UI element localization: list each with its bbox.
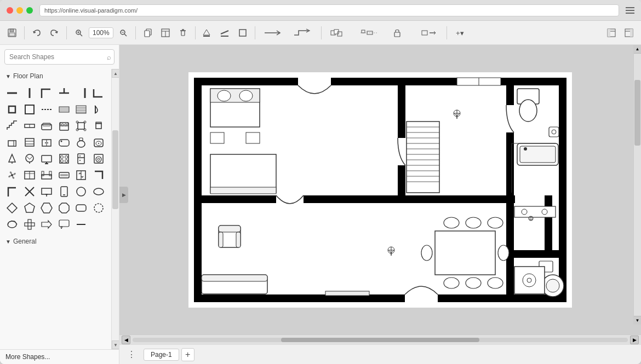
shape-dot-pattern-1[interactable] <box>56 102 72 117</box>
shape-tv[interactable] <box>39 151 54 166</box>
shape-corner-tr[interactable] <box>4 184 20 199</box>
shapes-grid-floor-plan <box>0 83 111 234</box>
category-floor-plan[interactable]: ▼ Floor Plan <box>0 69 111 83</box>
shape-sofa[interactable] <box>39 118 54 134</box>
shape-wall-t[interactable] <box>56 85 72 101</box>
shape-fan-ceiling[interactable] <box>4 167 20 183</box>
shape-closet[interactable] <box>22 167 37 183</box>
shapes-panel-container: ▼ Floor Plan <box>0 69 119 349</box>
add-button[interactable]: +▾ <box>451 25 473 41</box>
shape-lamp[interactable] <box>4 151 20 166</box>
shape-cabinet[interactable] <box>39 135 54 150</box>
hamburger-menu[interactable] <box>626 7 634 14</box>
scroll-up-btn[interactable]: ▲ <box>112 69 119 78</box>
shape-elevator[interactable] <box>73 167 89 183</box>
shape-plant[interactable] <box>22 151 37 166</box>
shape-cross[interactable] <box>22 217 37 232</box>
h-scroll-thumb[interactable] <box>281 338 479 342</box>
shape-stove[interactable] <box>56 151 72 166</box>
lock-button[interactable] <box>385 25 413 41</box>
align-button[interactable] <box>356 25 383 41</box>
shape-line[interactable] <box>73 217 89 232</box>
zoom-control[interactable]: 100% <box>89 27 113 38</box>
shape-washing[interactable] <box>91 151 106 166</box>
shape-diamond[interactable] <box>4 200 20 216</box>
shape-chair[interactable] <box>91 118 106 134</box>
fill-button[interactable] <box>200 25 215 41</box>
arrow-style-button[interactable] <box>260 25 287 41</box>
page-tab-1[interactable]: Page-1 <box>144 349 179 361</box>
panel-toggle-1[interactable] <box>604 25 619 41</box>
shape-wall-cross[interactable] <box>4 102 20 117</box>
undo-button[interactable] <box>29 25 44 41</box>
save-button[interactable] <box>4 25 20 41</box>
shape-bookshelf[interactable] <box>22 135 37 150</box>
shape-star[interactable] <box>91 200 106 216</box>
scroll-thumb[interactable] <box>112 130 118 209</box>
shape-wall-end[interactable] <box>73 85 89 101</box>
v-scroll-thumb[interactable] <box>634 80 640 146</box>
shape-fireplace[interactable] <box>39 167 54 183</box>
h-scroll-left[interactable]: ◀ <box>122 336 130 344</box>
size-button[interactable] <box>415 25 442 41</box>
shape-wall-v[interactable] <box>22 85 37 101</box>
h-scroll-right[interactable]: ▶ <box>630 336 639 344</box>
shape-toilet[interactable] <box>73 135 89 150</box>
shape-wall-h[interactable] <box>4 85 20 101</box>
page-options-button[interactable]: ⋮ <box>124 348 139 361</box>
shape-fridge[interactable] <box>73 151 89 166</box>
shape-dash-h[interactable] <box>39 102 54 117</box>
shape-phone[interactable] <box>56 184 72 199</box>
shape-sink[interactable] <box>91 135 106 150</box>
shape-corner-tl[interactable] <box>39 85 54 101</box>
arrange-button[interactable] <box>326 25 353 41</box>
shape-door[interactable] <box>91 102 106 117</box>
left-scroll-toggle[interactable]: ▶ <box>119 187 128 203</box>
shape-callout[interactable] <box>56 217 72 232</box>
shape-style-button[interactable] <box>235 25 250 41</box>
shape-corner-bl[interactable] <box>91 85 106 101</box>
connector-button[interactable] <box>289 25 317 41</box>
shape-bed[interactable] <box>56 118 72 134</box>
zoom-fit-button[interactable] <box>71 25 87 41</box>
shape-window[interactable] <box>22 118 37 134</box>
shape-oval[interactable] <box>91 184 106 199</box>
shape-table[interactable] <box>73 118 89 134</box>
shape-rect-round[interactable] <box>73 200 89 216</box>
shape-desk[interactable] <box>4 135 20 150</box>
scroll-down-btn[interactable]: ▼ <box>634 316 641 325</box>
redo-button[interactable] <box>47 25 62 41</box>
search-button[interactable]: ⌕ <box>107 53 111 61</box>
more-shapes-link[interactable]: More Shapes... <box>5 353 50 361</box>
shape-cloud[interactable] <box>4 217 20 232</box>
shape-stairs[interactable] <box>4 118 20 134</box>
shape-arrow-right[interactable] <box>39 217 54 232</box>
category-general[interactable]: ▼ General <box>0 234 111 249</box>
url-bar[interactable]: https://online.visual-paradigm.com/ <box>39 4 619 16</box>
line-color-button[interactable] <box>218 25 233 41</box>
svg-rect-202 <box>236 232 241 247</box>
close-button[interactable] <box>7 7 13 14</box>
add-page-button[interactable]: + <box>181 348 194 361</box>
shape-octagon[interactable] <box>56 200 72 216</box>
shape-hexagon[interactable] <box>39 200 54 216</box>
shape-corner-br[interactable] <box>91 167 106 183</box>
maximize-button[interactable] <box>26 7 33 14</box>
shape-screen[interactable] <box>39 184 54 199</box>
shape-ac[interactable] <box>56 167 72 183</box>
scroll-up-btn[interactable]: ▲ <box>634 45 641 54</box>
delete-button[interactable] <box>175 25 191 41</box>
search-input[interactable] <box>4 49 115 65</box>
shape-x[interactable] <box>22 184 37 199</box>
shape-pentagon[interactable] <box>22 200 37 216</box>
panel-toggle-2[interactable] <box>621 25 637 41</box>
table-button[interactable] <box>158 25 173 41</box>
zoom-out-button[interactable] <box>116 25 131 41</box>
shape-hatch-pattern[interactable] <box>73 102 89 117</box>
minimize-button[interactable] <box>16 7 23 14</box>
shape-bathtub[interactable] <box>56 135 72 150</box>
shape-room[interactable] <box>22 102 37 117</box>
shape-round-table[interactable] <box>73 184 89 199</box>
scroll-down-btn[interactable]: ▼ <box>112 340 119 349</box>
copy-button[interactable] <box>140 25 156 41</box>
